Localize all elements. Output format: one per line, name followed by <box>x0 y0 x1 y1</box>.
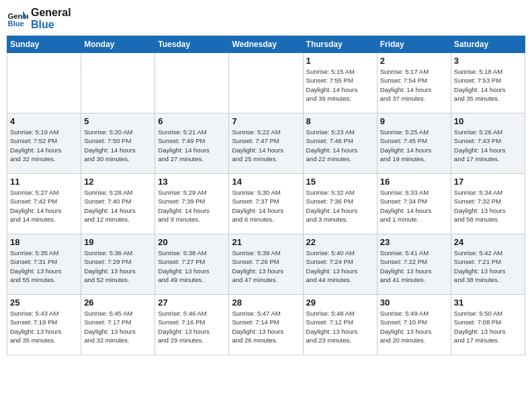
calendar-week-3: 18Sunrise: 5:35 AM Sunset: 7:31 PM Dayli… <box>7 234 525 295</box>
calendar-cell <box>81 53 155 113</box>
calendar-cell: 17Sunrise: 5:34 AM Sunset: 7:32 PM Dayli… <box>451 174 525 234</box>
calendar-cell: 22Sunrise: 5:40 AM Sunset: 7:24 PM Dayli… <box>303 234 377 295</box>
day-number: 17 <box>454 177 522 187</box>
calendar-cell <box>229 53 303 113</box>
weekday-header-sunday: Sunday <box>7 36 81 53</box>
day-number: 24 <box>454 237 522 247</box>
day-info: Sunrise: 5:33 AM Sunset: 7:34 PM Dayligh… <box>380 188 448 224</box>
day-number: 2 <box>380 56 448 66</box>
calendar-cell: 8Sunrise: 5:23 AM Sunset: 7:46 PM Daylig… <box>303 113 377 174</box>
logo: General Blue General Blue <box>7 7 71 30</box>
logo-icon: General Blue <box>7 8 28 30</box>
day-number: 11 <box>10 177 78 187</box>
day-info: Sunrise: 5:23 AM Sunset: 7:46 PM Dayligh… <box>306 128 374 163</box>
page-header: General Blue General Blue <box>7 7 525 30</box>
day-info: Sunrise: 5:47 AM Sunset: 7:14 PM Dayligh… <box>232 309 300 345</box>
day-number: 26 <box>84 298 152 308</box>
logo-general: General <box>31 7 71 19</box>
day-info: Sunrise: 5:28 AM Sunset: 7:40 PM Dayligh… <box>84 188 152 224</box>
day-info: Sunrise: 5:49 AM Sunset: 7:10 PM Dayligh… <box>380 309 448 345</box>
calendar-cell: 7Sunrise: 5:22 AM Sunset: 7:47 PM Daylig… <box>229 113 303 174</box>
day-number: 6 <box>158 116 226 126</box>
calendar-cell: 1Sunrise: 5:15 AM Sunset: 7:55 PM Daylig… <box>303 53 377 113</box>
weekday-header-monday: Monday <box>81 36 155 53</box>
day-info: Sunrise: 5:32 AM Sunset: 7:36 PM Dayligh… <box>306 188 374 224</box>
day-info: Sunrise: 5:41 AM Sunset: 7:22 PM Dayligh… <box>380 248 448 284</box>
day-info: Sunrise: 5:29 AM Sunset: 7:39 PM Dayligh… <box>158 188 226 224</box>
calendar-cell: 19Sunrise: 5:36 AM Sunset: 7:29 PM Dayli… <box>81 234 155 295</box>
day-info: Sunrise: 5:19 AM Sunset: 7:52 PM Dayligh… <box>10 128 78 163</box>
calendar-cell: 13Sunrise: 5:29 AM Sunset: 7:39 PM Dayli… <box>155 174 229 234</box>
day-info: Sunrise: 5:26 AM Sunset: 7:43 PM Dayligh… <box>454 128 522 163</box>
day-number: 27 <box>158 298 226 308</box>
calendar-table: SundayMondayTuesdayWednesdayThursdayFrid… <box>7 36 525 355</box>
day-number: 5 <box>84 116 152 126</box>
calendar-cell: 18Sunrise: 5:35 AM Sunset: 7:31 PM Dayli… <box>7 234 81 295</box>
day-number: 12 <box>84 177 152 187</box>
calendar-week-1: 4Sunrise: 5:19 AM Sunset: 7:52 PM Daylig… <box>7 113 525 174</box>
day-info: Sunrise: 5:34 AM Sunset: 7:32 PM Dayligh… <box>454 188 522 224</box>
day-number: 8 <box>306 116 374 126</box>
calendar-cell: 30Sunrise: 5:49 AM Sunset: 7:10 PM Dayli… <box>377 295 451 355</box>
calendar-cell: 26Sunrise: 5:45 AM Sunset: 7:17 PM Dayli… <box>81 295 155 355</box>
day-number: 15 <box>306 177 374 187</box>
day-info: Sunrise: 5:46 AM Sunset: 7:16 PM Dayligh… <box>158 309 226 345</box>
svg-text:Blue: Blue <box>8 19 24 28</box>
day-number: 28 <box>232 298 300 308</box>
day-info: Sunrise: 5:27 AM Sunset: 7:42 PM Dayligh… <box>10 188 78 224</box>
day-number: 16 <box>380 177 448 187</box>
day-number: 13 <box>158 177 226 187</box>
calendar-cell: 4Sunrise: 5:19 AM Sunset: 7:52 PM Daylig… <box>7 113 81 174</box>
calendar-cell: 28Sunrise: 5:47 AM Sunset: 7:14 PM Dayli… <box>229 295 303 355</box>
day-info: Sunrise: 5:45 AM Sunset: 7:17 PM Dayligh… <box>84 309 152 345</box>
day-number: 9 <box>380 116 448 126</box>
calendar-cell: 2Sunrise: 5:17 AM Sunset: 7:54 PM Daylig… <box>377 53 451 113</box>
day-number: 18 <box>10 237 78 247</box>
day-info: Sunrise: 5:35 AM Sunset: 7:31 PM Dayligh… <box>10 248 78 284</box>
day-info: Sunrise: 5:30 AM Sunset: 7:37 PM Dayligh… <box>232 188 300 224</box>
calendar-cell <box>155 53 229 113</box>
calendar-cell: 9Sunrise: 5:25 AM Sunset: 7:45 PM Daylig… <box>377 113 451 174</box>
calendar-cell <box>7 53 81 113</box>
day-number: 20 <box>158 237 226 247</box>
day-info: Sunrise: 5:48 AM Sunset: 7:12 PM Dayligh… <box>306 309 374 345</box>
day-info: Sunrise: 5:15 AM Sunset: 7:55 PM Dayligh… <box>306 67 374 103</box>
day-number: 19 <box>84 237 152 247</box>
day-info: Sunrise: 5:38 AM Sunset: 7:27 PM Dayligh… <box>158 248 226 284</box>
calendar-week-0: 1Sunrise: 5:15 AM Sunset: 7:55 PM Daylig… <box>7 53 525 113</box>
day-number: 14 <box>232 177 300 187</box>
day-number: 4 <box>10 116 78 126</box>
calendar-cell: 16Sunrise: 5:33 AM Sunset: 7:34 PM Dayli… <box>377 174 451 234</box>
day-info: Sunrise: 5:43 AM Sunset: 7:19 PM Dayligh… <box>10 309 78 345</box>
calendar-cell: 21Sunrise: 5:39 AM Sunset: 7:26 PM Dayli… <box>229 234 303 295</box>
logo-blue: Blue <box>31 19 71 31</box>
day-number: 3 <box>454 56 522 66</box>
day-number: 29 <box>306 298 374 308</box>
calendar-cell: 11Sunrise: 5:27 AM Sunset: 7:42 PM Dayli… <box>7 174 81 234</box>
calendar-cell: 5Sunrise: 5:20 AM Sunset: 7:50 PM Daylig… <box>81 113 155 174</box>
calendar-cell: 12Sunrise: 5:28 AM Sunset: 7:40 PM Dayli… <box>81 174 155 234</box>
day-info: Sunrise: 5:18 AM Sunset: 7:53 PM Dayligh… <box>454 67 522 103</box>
calendar-cell: 10Sunrise: 5:26 AM Sunset: 7:43 PM Dayli… <box>451 113 525 174</box>
weekday-header-wednesday: Wednesday <box>229 36 303 53</box>
day-number: 10 <box>454 116 522 126</box>
calendar-cell: 27Sunrise: 5:46 AM Sunset: 7:16 PM Dayli… <box>155 295 229 355</box>
weekday-header-saturday: Saturday <box>451 36 525 53</box>
weekday-header-row: SundayMondayTuesdayWednesdayThursdayFrid… <box>7 36 525 53</box>
day-number: 1 <box>306 56 374 66</box>
day-info: Sunrise: 5:36 AM Sunset: 7:29 PM Dayligh… <box>84 248 152 284</box>
day-info: Sunrise: 5:50 AM Sunset: 7:08 PM Dayligh… <box>454 309 522 345</box>
calendar-week-4: 25Sunrise: 5:43 AM Sunset: 7:19 PM Dayli… <box>7 295 525 355</box>
day-info: Sunrise: 5:22 AM Sunset: 7:47 PM Dayligh… <box>232 128 300 163</box>
calendar-cell: 24Sunrise: 5:42 AM Sunset: 7:21 PM Dayli… <box>451 234 525 295</box>
calendar-cell: 23Sunrise: 5:41 AM Sunset: 7:22 PM Dayli… <box>377 234 451 295</box>
day-number: 30 <box>380 298 448 308</box>
calendar-cell: 25Sunrise: 5:43 AM Sunset: 7:19 PM Dayli… <box>7 295 81 355</box>
day-info: Sunrise: 5:20 AM Sunset: 7:50 PM Dayligh… <box>84 128 152 163</box>
day-info: Sunrise: 5:39 AM Sunset: 7:26 PM Dayligh… <box>232 248 300 284</box>
day-number: 22 <box>306 237 374 247</box>
day-number: 7 <box>232 116 300 126</box>
calendar-cell: 3Sunrise: 5:18 AM Sunset: 7:53 PM Daylig… <box>451 53 525 113</box>
calendar-week-2: 11Sunrise: 5:27 AM Sunset: 7:42 PM Dayli… <box>7 174 525 234</box>
weekday-header-friday: Friday <box>377 36 451 53</box>
